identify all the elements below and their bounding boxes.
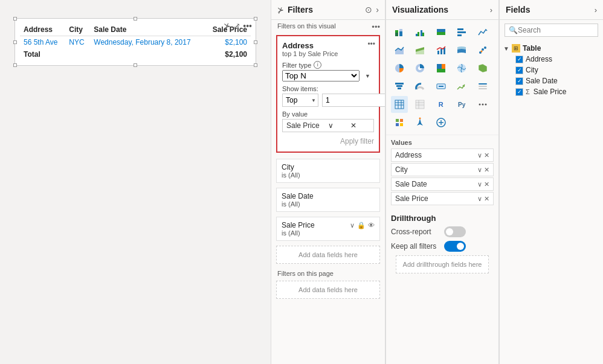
clear-icon[interactable]: ✕	[350, 121, 370, 130]
saleprice-filter-value: is (All)	[282, 229, 375, 237]
field-saledate: Sale Date	[515, 75, 599, 86]
fields-search-input[interactable]	[518, 26, 603, 34]
filter-type-select[interactable]: Top N Basic filtering Advanced filtering	[282, 70, 360, 81]
field-saleprice: Σ Sale Price	[515, 86, 599, 97]
drillthrough-add-fields[interactable]: Add drillthrough fields here	[396, 255, 489, 273]
python-visual-icon[interactable]: Py	[453, 96, 470, 113]
vf-saleprice-chevron[interactable]: ∨	[477, 195, 482, 203]
svg-rect-54	[400, 123, 403, 126]
handle-br[interactable]	[254, 63, 257, 67]
table-visual-icon[interactable]	[391, 96, 408, 113]
vf-saledate-close[interactable]: ✕	[484, 180, 489, 188]
active-filter-card: ••• Address top 1 by Sale Price Filter t…	[276, 35, 380, 153]
svg-rect-36	[479, 83, 487, 85]
stacked-area-icon2[interactable]	[411, 42, 428, 59]
handle-tl[interactable]	[13, 17, 17, 21]
expand-filters-icon[interactable]: ›	[376, 5, 379, 14]
fields-expand-icon[interactable]: ›	[595, 5, 597, 14]
ribbon-chart-icon2[interactable]	[453, 42, 470, 59]
fields-search-box[interactable]: 🔍	[505, 24, 598, 37]
viz-expand-icon[interactable]: ›	[490, 5, 492, 14]
filled-map-icon2[interactable]	[474, 60, 491, 77]
svg-rect-26	[437, 64, 442, 69]
format-icon[interactable]	[411, 114, 428, 131]
100pct-bar-icon[interactable]	[433, 24, 450, 40]
by-value-select[interactable]: Sale Price ∨ ✕	[282, 119, 374, 132]
vf-saleprice-close[interactable]: ✕	[484, 195, 489, 203]
handle-mr[interactable]	[254, 40, 257, 44]
add-fields-page[interactable]: Add data fields here	[276, 281, 380, 299]
handle-bm[interactable]	[134, 63, 137, 67]
stacked-bar-chart-icon[interactable]	[391, 24, 408, 40]
saleprice-filter-header: Sale Price ∨ 🔒 👁	[282, 221, 375, 229]
top-bottom-select-wrap[interactable]: Top Bottom	[282, 94, 318, 107]
focus-icon[interactable]: ⤢	[233, 21, 240, 31]
address-checkbox[interactable]	[515, 56, 523, 63]
vf-address-icons: ∨ ✕	[477, 152, 489, 159]
saleprice-field-name: Sale Price	[534, 88, 567, 96]
by-value-label: By value	[282, 110, 374, 118]
filter-type-select-wrap[interactable]: Top N Basic filtering Advanced filtering	[282, 70, 374, 81]
filter-icon[interactable]: ⊁	[224, 21, 231, 31]
matrix-visual-icon[interactable]	[411, 96, 428, 113]
cross-report-toggle[interactable]	[444, 226, 466, 237]
map-chart-icon[interactable]	[453, 60, 470, 77]
active-filter-dots-icon[interactable]: •••	[367, 40, 375, 48]
handle-ml[interactable]	[13, 40, 17, 44]
apply-filter-button[interactable]: Apply filter	[340, 137, 374, 145]
scatter-chart-icon[interactable]	[474, 42, 491, 59]
field-address: Address	[515, 54, 599, 65]
handle-tr[interactable]	[254, 17, 257, 21]
build-icon[interactable]	[391, 114, 408, 131]
more-visuals-icon[interactable]	[474, 96, 491, 113]
top-bottom-select[interactable]: Top Bottom	[282, 94, 318, 107]
vf-city-chevron[interactable]: ∨	[477, 166, 482, 174]
saleprice-eye-icon[interactable]: 👁	[368, 222, 375, 229]
horiz-bar-icon[interactable]	[453, 24, 470, 40]
svg-rect-51	[396, 119, 399, 122]
saleprice-filter-name: Sale Price	[282, 221, 315, 229]
keep-filters-toggle[interactable]	[444, 241, 466, 252]
saleprice-lock-icon[interactable]: 🔒	[357, 222, 366, 229]
vf-saledate-name: Sale Date	[395, 180, 477, 188]
add-fields-visual[interactable]: Add data fields here	[276, 246, 380, 264]
funnel-chart-icon[interactable]	[391, 78, 408, 95]
saledate-checkbox[interactable]	[515, 77, 523, 85]
clustered-bar-chart-icon[interactable]	[411, 24, 428, 40]
donut-chart-icon[interactable]	[411, 60, 428, 77]
svg-rect-32	[398, 88, 401, 89]
r-visual-icon2[interactable]: R	[433, 96, 450, 113]
area-chart-icon2[interactable]	[391, 42, 408, 59]
line-chart-icon2[interactable]	[474, 24, 491, 40]
cell-city: NYC	[65, 36, 90, 49]
filters-panel: ⊁ Filters ⊙ › Filters on this visual •••…	[271, 0, 385, 364]
more-options-icon[interactable]: •••	[243, 21, 252, 31]
svg-rect-0	[395, 33, 398, 36]
kpi-visual-icon[interactable]	[453, 78, 470, 95]
line-bar-combo-icon[interactable]	[433, 42, 450, 59]
svg-rect-52	[400, 119, 403, 122]
handle-tm[interactable]	[134, 17, 137, 21]
fields-panel: Fields › 🔍 ▼ ⊞ Table Address City	[499, 0, 603, 364]
vf-city-close[interactable]: ✕	[484, 166, 489, 174]
visual-toolbar: ⊁ ⤢ •••	[224, 21, 252, 31]
cell-address: 56 5th Ave	[20, 36, 65, 49]
saleprice-chevron-icon[interactable]: ∨	[350, 222, 355, 229]
pie-chart-icon[interactable]	[391, 60, 408, 77]
gauge-chart-icon[interactable]	[411, 78, 428, 95]
handle-bl[interactable]	[13, 63, 17, 67]
city-checkbox[interactable]	[515, 66, 523, 74]
vf-saledate-chevron[interactable]: ∨	[477, 180, 482, 188]
slicer-visual-icon[interactable]	[474, 78, 491, 95]
table-section-header[interactable]: ▼ ⊞ Table	[503, 43, 599, 54]
count-input[interactable]	[322, 94, 385, 107]
filters-panel-title: Filters	[288, 5, 361, 14]
vf-address-chevron[interactable]: ∨	[477, 152, 482, 159]
treemap-chart-icon[interactable]	[433, 60, 450, 77]
section-dots-icon[interactable]: •••	[372, 22, 380, 31]
card-visual-icon[interactable]	[433, 78, 450, 95]
saleprice-checkbox[interactable]	[515, 88, 523, 96]
search-filters-icon[interactable]: ⊙	[365, 5, 372, 14]
vf-address-close[interactable]: ✕	[484, 152, 489, 159]
analytics-icon[interactable]	[433, 114, 450, 131]
